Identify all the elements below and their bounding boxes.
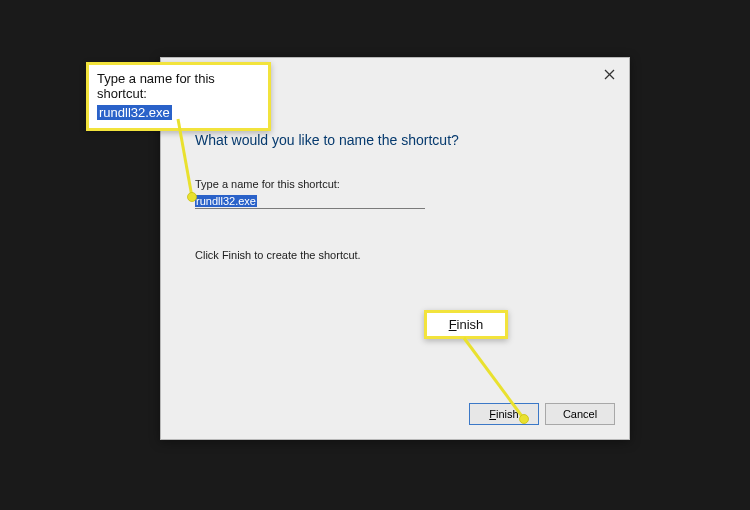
wizard-heading: What would you like to name the shortcut…: [195, 132, 595, 148]
wizard-button-row: Finish Cancel: [469, 403, 615, 425]
wizard-content: What would you like to name the shortcut…: [195, 132, 595, 261]
callout-finish-button: Finish: [424, 310, 508, 339]
close-button[interactable]: [599, 66, 619, 84]
callout-finish-label: Finish: [449, 317, 484, 332]
callout-value: rundll32.exe: [97, 105, 172, 120]
callout-label: Type a name for this shortcut:: [97, 71, 260, 101]
cancel-button[interactable]: Cancel: [545, 403, 615, 425]
callout-shortcut-name: Type a name for this shortcut: rundll32.…: [86, 62, 271, 131]
finish-instruction: Click Finish to create the shortcut.: [195, 249, 595, 261]
shortcut-name-input[interactable]: rundll32.exe: [195, 194, 425, 209]
finish-button[interactable]: Finish: [469, 403, 539, 425]
close-icon: [604, 69, 615, 80]
shortcut-name-label: Type a name for this shortcut:: [195, 178, 595, 190]
